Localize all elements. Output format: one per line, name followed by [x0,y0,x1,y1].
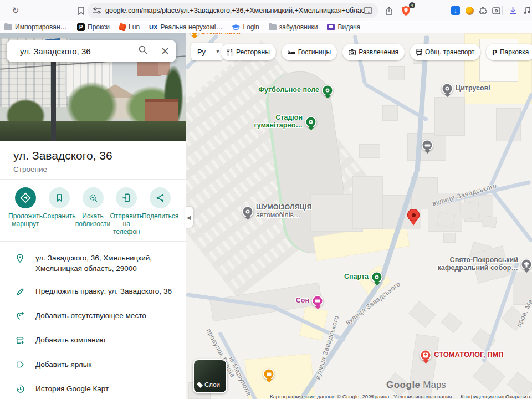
add-business-icon [13,334,27,347]
place-panel: ✕ ул. Завадского, 36 Строение Проложить … [0,33,186,399]
label-icon [13,358,27,371]
map-building [359,144,380,158]
chip-entertainment[interactable]: Развлечения [342,44,405,60]
folder-icon [4,24,12,30]
streetview-photo[interactable]: ✕ [0,33,186,141]
cafe-icon [190,33,199,36]
parking-icon: P [492,48,497,57]
medical-icon [420,350,432,361]
history-icon [13,382,27,396]
chip-transit[interactable]: Общ. транспорт [410,44,480,60]
map-canvas[interactable]: вулиця Завадського вулиця Завадського ву… [186,33,532,399]
add-place-row[interactable]: Добавить отсутствующее место [0,304,186,328]
car-service-icon [242,206,254,218]
feedback-link[interactable]: Отправить отзыв [505,393,532,399]
media-note-icon[interactable] [521,5,532,16]
bookmark-vydacha[interactable]: Видача [327,23,360,31]
address-row[interactable]: ул. Завадского, 36, Хмельницкий, Хмельни… [0,246,186,279]
toolbar-separator [502,6,503,15]
bookmark-login[interactable]: Login [232,23,259,31]
browser-toolbar: ↻ google.com/maps/place/ул.+Завадского,+… [0,0,532,21]
map-attribution: Картографические данные © Google, 2025 У… [186,393,532,399]
bookmark-developers[interactable]: забудовники [269,23,318,31]
cast-icon[interactable] [364,7,372,14]
proxy-icon: P [77,23,85,31]
shop-icon [442,83,453,95]
search-window-icon[interactable] [490,5,502,16]
bookmark-realty[interactable]: UXРеальна нерухомі… [149,23,222,31]
url-text: google.com/maps/place/ул.+Завадского,+36… [105,7,364,14]
add-business-row[interactable]: Добавить компанию [0,328,186,352]
camera-icon [349,49,356,55]
reload-icon[interactable]: ↻ [10,5,21,16]
chip-restaurants[interactable]: Рестораны [221,44,276,60]
church-icon [521,259,532,270]
education-icon [422,140,433,151]
map-building [437,212,456,228]
share-icon[interactable] [383,5,395,16]
browser-window: ↻ google.com/maps/place/ул.+Завадского,+… [0,0,532,399]
add-label-row[interactable]: Добавить ярлык [0,352,186,377]
bookmark-proxy[interactable]: PПрокси [77,23,110,31]
directions-button[interactable]: Проложить маршрут [9,187,42,236]
site-settings-icon[interactable] [93,7,101,14]
restaurant-icon [227,49,233,56]
share-button[interactable]: Поделиться [144,187,177,236]
map-building [482,215,498,228]
bookmark-imported[interactable]: Импортированны… [4,23,68,31]
bookmark-lun[interactable]: Lun [119,23,140,31]
map-building [443,233,456,243]
terms-link[interactable]: Условия использования [393,393,452,399]
map-building [473,360,505,392]
cube-icon [118,23,126,31]
transit-icon [416,49,422,56]
add-place-icon [13,309,27,323]
region-link[interactable]: Украина [369,393,389,399]
extensions-puzzle-icon[interactable] [477,5,488,16]
share-icon [155,193,165,203]
save-button[interactable]: Сохранить [43,187,76,236]
google-maps-watermark: Google Maps [386,380,446,391]
sphere-extension-icon[interactable] [464,5,475,16]
map-building [408,301,436,328]
panel-collapse-button[interactable]: ◀ [185,207,193,228]
downloader-extension-icon[interactable]: ↓ [450,5,461,16]
bed-icon [312,295,324,307]
chip-parking[interactable]: P Парковка [486,44,532,60]
history-row[interactable]: История Google Карт [0,377,186,399]
map-building [388,66,405,80]
hotel-icon [288,49,295,55]
send-to-phone-button[interactable]: Отправить на телефон [110,187,143,236]
input-tools-button[interactable]: Ру ▼ [191,43,223,60]
send-to-phone-icon [121,193,131,203]
pencil-icon [13,285,27,298]
map-building [382,105,398,121]
map-building [441,312,462,333]
category-chips: Рестораны Гостиницы Развлечения Общ. тра… [221,44,532,60]
map-road [490,189,532,243]
suggest-edit-row[interactable]: Предложить правку: ул. Завадского, 36 [0,279,186,304]
layers-button[interactable]: Слои [193,359,227,393]
place-pin-icon [13,252,27,265]
search-box[interactable]: ✕ [7,40,176,62]
search-nearby-icon [88,193,98,203]
directions-icon [20,192,31,203]
map-road [489,93,532,187]
graduation-cap-icon [232,24,240,30]
downloads-icon[interactable] [507,5,518,16]
search-input[interactable] [7,47,132,56]
close-icon[interactable]: ✕ [154,45,176,58]
url-bar[interactable]: google.com/maps/place/ул.+Завадского,+36… [88,3,378,18]
folder-icon [269,24,277,30]
nearby-button[interactable]: Искать поблизости [76,187,110,236]
page-title: ул. Завадского, 36 [13,149,172,162]
action-bar: Проложить маршрут Сохранить Искать побли… [0,180,186,241]
list-icon [327,24,335,30]
search-icon[interactable] [132,45,154,57]
chip-hotels[interactable]: Гостиницы [282,44,337,60]
bookmark-icon [54,193,64,203]
brave-shield-icon[interactable]: 4 [400,5,411,16]
map-building [434,97,465,136]
bookmark-icon[interactable] [75,5,86,16]
toolbar-separator [395,6,395,15]
